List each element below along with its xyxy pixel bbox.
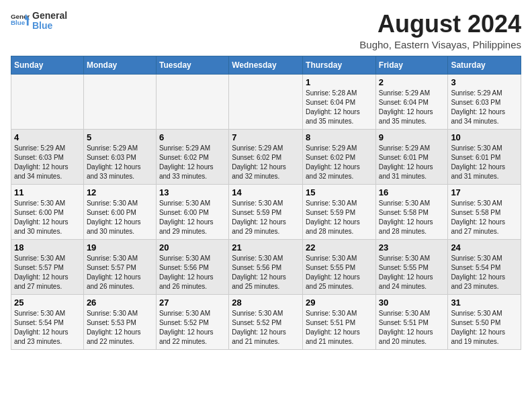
day-cell: 8Sunrise: 5:29 AM Sunset: 6:02 PM Daylig…: [303, 129, 376, 184]
day-number: 5: [87, 132, 153, 142]
day-cell: 17Sunrise: 5:30 AM Sunset: 5:58 PM Dayli…: [448, 184, 521, 239]
logo: General Blue General Blue: [11, 11, 67, 32]
day-info: Sunrise: 5:30 AM Sunset: 6:00 PM Dayligh…: [159, 199, 226, 236]
logo-general: General: [32, 11, 67, 21]
day-cell: 28Sunrise: 5:30 AM Sunset: 5:52 PM Dayli…: [229, 294, 303, 349]
day-cell: [11, 74, 84, 129]
day-number: 22: [306, 242, 373, 253]
day-cell: 23Sunrise: 5:30 AM Sunset: 5:55 PM Dayli…: [375, 239, 448, 294]
day-info: Sunrise: 5:29 AM Sunset: 6:03 PM Dayligh…: [87, 144, 153, 181]
day-number: 24: [451, 242, 518, 253]
day-number: 28: [232, 298, 300, 308]
col-monday: Monday: [83, 56, 156, 74]
calendar-body: 1Sunrise: 5:28 AM Sunset: 6:04 PM Daylig…: [11, 74, 521, 349]
day-info: Sunrise: 5:28 AM Sunset: 6:04 PM Dayligh…: [306, 89, 373, 126]
day-cell: 24Sunrise: 5:30 AM Sunset: 5:54 PM Dayli…: [448, 239, 521, 294]
day-number: 1: [306, 77, 373, 87]
day-cell: [229, 74, 303, 129]
col-wednesday: Wednesday: [229, 56, 303, 74]
day-info: Sunrise: 5:30 AM Sunset: 5:58 PM Dayligh…: [451, 199, 518, 236]
logo-icon: General Blue: [11, 11, 30, 30]
day-cell: 30Sunrise: 5:30 AM Sunset: 5:51 PM Dayli…: [375, 294, 448, 349]
day-cell: 9Sunrise: 5:29 AM Sunset: 6:01 PM Daylig…: [375, 129, 448, 184]
col-thursday: Thursday: [303, 56, 376, 74]
week-row-5: 25Sunrise: 5:30 AM Sunset: 5:54 PM Dayli…: [11, 294, 521, 349]
day-number: 25: [14, 298, 81, 308]
col-friday: Friday: [375, 56, 448, 74]
day-cell: 2Sunrise: 5:29 AM Sunset: 6:04 PM Daylig…: [375, 74, 448, 129]
day-number: 6: [159, 132, 226, 142]
day-cell: 14Sunrise: 5:30 AM Sunset: 5:59 PM Dayli…: [229, 184, 303, 239]
week-row-1: 1Sunrise: 5:28 AM Sunset: 6:04 PM Daylig…: [11, 74, 521, 129]
calendar-table: Sunday Monday Tuesday Wednesday Thursday…: [11, 56, 521, 350]
day-number: 27: [159, 298, 226, 308]
day-info: Sunrise: 5:29 AM Sunset: 6:02 PM Dayligh…: [159, 144, 226, 181]
day-info: Sunrise: 5:30 AM Sunset: 5:52 PM Dayligh…: [232, 309, 300, 347]
day-cell: [83, 74, 156, 129]
day-info: Sunrise: 5:30 AM Sunset: 5:51 PM Dayligh…: [379, 309, 445, 347]
title-area: August 2024 Bugho, Eastern Visayas, Phil…: [359, 11, 521, 50]
day-info: Sunrise: 5:30 AM Sunset: 6:01 PM Dayligh…: [451, 144, 518, 181]
day-cell: [156, 74, 228, 129]
day-cell: 19Sunrise: 5:30 AM Sunset: 5:57 PM Dayli…: [83, 239, 156, 294]
day-cell: 21Sunrise: 5:30 AM Sunset: 5:56 PM Dayli…: [229, 239, 303, 294]
day-number: 3: [451, 77, 518, 87]
day-cell: 15Sunrise: 5:30 AM Sunset: 5:59 PM Dayli…: [303, 184, 376, 239]
col-sunday: Sunday: [11, 56, 84, 74]
day-number: 11: [14, 187, 81, 197]
day-info: Sunrise: 5:29 AM Sunset: 6:03 PM Dayligh…: [14, 144, 81, 181]
day-info: Sunrise: 5:29 AM Sunset: 6:01 PM Dayligh…: [379, 144, 445, 181]
day-info: Sunrise: 5:30 AM Sunset: 5:53 PM Dayligh…: [87, 309, 153, 347]
day-cell: 10Sunrise: 5:30 AM Sunset: 6:01 PM Dayli…: [448, 129, 521, 184]
day-number: 15: [306, 187, 373, 197]
week-row-2: 4Sunrise: 5:29 AM Sunset: 6:03 PM Daylig…: [11, 129, 521, 184]
col-saturday: Saturday: [448, 56, 521, 74]
day-cell: 16Sunrise: 5:30 AM Sunset: 5:58 PM Dayli…: [375, 184, 448, 239]
day-info: Sunrise: 5:30 AM Sunset: 5:56 PM Dayligh…: [232, 254, 300, 291]
day-info: Sunrise: 5:30 AM Sunset: 6:00 PM Dayligh…: [14, 199, 81, 236]
day-number: 30: [379, 298, 445, 308]
day-cell: 18Sunrise: 5:30 AM Sunset: 5:57 PM Dayli…: [11, 239, 84, 294]
day-cell: 31Sunrise: 5:30 AM Sunset: 5:50 PM Dayli…: [448, 294, 521, 349]
header-row: Sunday Monday Tuesday Wednesday Thursday…: [11, 56, 521, 74]
day-cell: 6Sunrise: 5:29 AM Sunset: 6:02 PM Daylig…: [156, 129, 228, 184]
day-number: 14: [232, 187, 300, 197]
day-number: 17: [451, 187, 518, 197]
header: General Blue General Blue August 2024 Bu…: [11, 11, 521, 50]
day-info: Sunrise: 5:30 AM Sunset: 5:55 PM Dayligh…: [379, 254, 445, 291]
day-cell: 4Sunrise: 5:29 AM Sunset: 6:03 PM Daylig…: [11, 129, 84, 184]
day-cell: 3Sunrise: 5:29 AM Sunset: 6:03 PM Daylig…: [448, 74, 521, 129]
day-cell: 27Sunrise: 5:30 AM Sunset: 5:52 PM Dayli…: [156, 294, 228, 349]
day-number: 19: [87, 242, 153, 253]
day-cell: 13Sunrise: 5:30 AM Sunset: 6:00 PM Dayli…: [156, 184, 228, 239]
calendar-subtitle: Bugho, Eastern Visayas, Philippines: [359, 39, 521, 50]
day-info: Sunrise: 5:30 AM Sunset: 5:54 PM Dayligh…: [451, 254, 518, 291]
day-number: 20: [159, 242, 226, 253]
day-info: Sunrise: 5:30 AM Sunset: 5:59 PM Dayligh…: [232, 199, 300, 236]
day-info: Sunrise: 5:30 AM Sunset: 5:57 PM Dayligh…: [87, 254, 153, 291]
day-info: Sunrise: 5:30 AM Sunset: 5:55 PM Dayligh…: [306, 254, 373, 291]
day-cell: 12Sunrise: 5:30 AM Sunset: 6:00 PM Dayli…: [83, 184, 156, 239]
day-number: 18: [14, 242, 81, 253]
day-info: Sunrise: 5:30 AM Sunset: 5:58 PM Dayligh…: [379, 199, 445, 236]
day-cell: 29Sunrise: 5:30 AM Sunset: 5:51 PM Dayli…: [303, 294, 376, 349]
day-info: Sunrise: 5:30 AM Sunset: 5:52 PM Dayligh…: [159, 309, 226, 347]
day-info: Sunrise: 5:30 AM Sunset: 5:50 PM Dayligh…: [451, 309, 518, 347]
week-row-4: 18Sunrise: 5:30 AM Sunset: 5:57 PM Dayli…: [11, 239, 521, 294]
logo-blue: Blue: [32, 21, 67, 31]
day-number: 12: [87, 187, 153, 197]
day-cell: 5Sunrise: 5:29 AM Sunset: 6:03 PM Daylig…: [83, 129, 156, 184]
day-cell: 22Sunrise: 5:30 AM Sunset: 5:55 PM Dayli…: [303, 239, 376, 294]
day-info: Sunrise: 5:30 AM Sunset: 5:51 PM Dayligh…: [306, 309, 373, 347]
day-info: Sunrise: 5:30 AM Sunset: 5:59 PM Dayligh…: [306, 199, 373, 236]
day-number: 29: [306, 298, 373, 308]
day-cell: 20Sunrise: 5:30 AM Sunset: 5:56 PM Dayli…: [156, 239, 228, 294]
col-tuesday: Tuesday: [156, 56, 228, 74]
day-info: Sunrise: 5:29 AM Sunset: 6:02 PM Dayligh…: [306, 144, 373, 181]
day-number: 2: [379, 77, 445, 87]
day-cell: 25Sunrise: 5:30 AM Sunset: 5:54 PM Dayli…: [11, 294, 84, 349]
day-number: 26: [87, 298, 153, 308]
calendar-title: August 2024: [359, 11, 521, 38]
day-number: 31: [451, 298, 518, 308]
day-info: Sunrise: 5:30 AM Sunset: 6:00 PM Dayligh…: [87, 199, 153, 236]
